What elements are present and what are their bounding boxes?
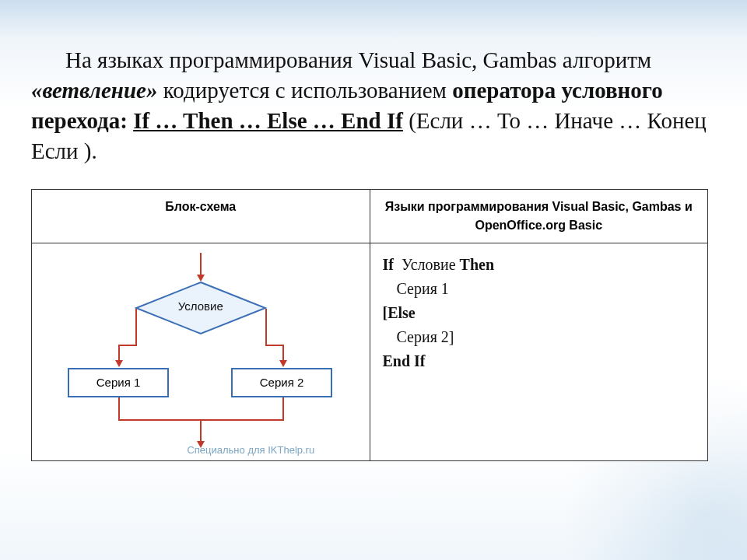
- merge-exit: [200, 419, 202, 443]
- arrow-right-down2: [282, 345, 284, 362]
- arrow-right-down1: [265, 309, 267, 345]
- para-text-2: кодируется с использованием: [157, 78, 452, 103]
- table-header-right: Языки программирования Visual Basic, Gam…: [370, 189, 708, 243]
- watermark: Специально для IKThelp.ru: [187, 444, 314, 456]
- code-line-5: End If: [383, 349, 696, 373]
- merge-left-down: [118, 397, 120, 419]
- para-underline: If … Then … Else … End If: [133, 108, 403, 133]
- table-header-left: Блок-схема: [32, 189, 370, 243]
- merge-right-down: [282, 397, 284, 419]
- arrow-right-turn: [265, 345, 284, 346]
- code-then: Then: [460, 256, 494, 273]
- comparison-table: Блок-схема Языки программирования Visual…: [31, 189, 708, 461]
- code-line-1: IfIf Условие Условие Then: [383, 253, 696, 277]
- code-line-4: Серия 2]: [383, 325, 696, 349]
- para-text-1: На языках программирования Visual Basic,…: [65, 47, 651, 72]
- flowchart: Условие Серия 1 Серия 2: [32, 243, 370, 460]
- code-cond: Условие: [402, 256, 456, 273]
- branch-box-right: Серия 2: [231, 368, 332, 397]
- arrow-entry: [200, 253, 202, 275]
- arrow-left-down2: [118, 345, 120, 362]
- arrowhead-left: [115, 360, 123, 367]
- arrowhead-right: [279, 360, 287, 367]
- arrow-left-turn: [118, 345, 137, 346]
- condition-diamond: Условие: [135, 281, 267, 335]
- condition-label: Условие: [135, 299, 267, 313]
- branch-box-left: Серия 1: [68, 368, 169, 397]
- arrow-left-down1: [135, 309, 137, 345]
- code-line-3: [Else: [383, 301, 696, 325]
- paragraph: На языках программирования Visual Basic,…: [31, 45, 716, 167]
- code-line-2: Серия 1: [383, 277, 696, 301]
- code-cell: IfIf Условие Условие Then Серия 1 [Else …: [370, 243, 708, 460]
- para-italic: «ветвление»: [31, 78, 157, 103]
- slide-content: На языках программирования Visual Basic,…: [0, 0, 747, 477]
- flowchart-cell: Условие Серия 1 Серия 2: [32, 243, 370, 460]
